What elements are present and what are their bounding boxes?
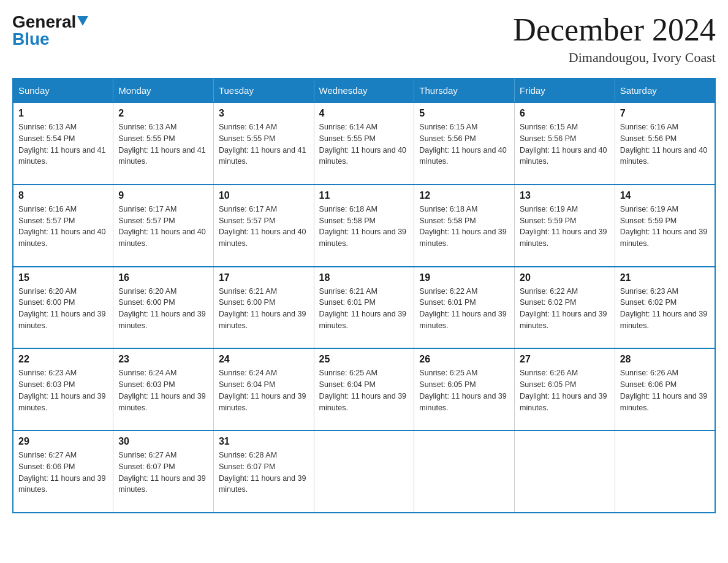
day-info: Sunrise: 6:13 AMSunset: 5:54 PMDaylight:… — [18, 121, 108, 179]
day-info: Sunrise: 6:19 AMSunset: 5:59 PMDaylight:… — [620, 204, 710, 261]
day-number: 31 — [219, 436, 309, 447]
day-info: Sunrise: 6:21 AMSunset: 6:01 PMDaylight:… — [319, 286, 409, 343]
day-info: Sunrise: 6:14 AMSunset: 5:55 PMDaylight:… — [319, 121, 409, 179]
page-header: General Blue December 2024 Dimandougou, … — [12, 12, 716, 66]
week-row-1: 1Sunrise: 6:13 AMSunset: 5:54 PMDaylight… — [13, 102, 715, 185]
week-row-3: 15Sunrise: 6:20 AMSunset: 6:00 PMDayligh… — [13, 267, 715, 349]
day-number: 30 — [118, 436, 208, 447]
calendar-table: SundayMondayTuesdayWednesdayThursdayFrid… — [12, 78, 716, 513]
day-number: 16 — [118, 272, 208, 283]
day-cell-6: 6Sunrise: 6:15 AMSunset: 5:56 PMDaylight… — [515, 102, 615, 185]
day-info: Sunrise: 6:25 AMSunset: 6:05 PMDaylight:… — [419, 367, 509, 425]
day-cell-22: 22Sunrise: 6:23 AMSunset: 6:03 PMDayligh… — [13, 348, 113, 431]
day-number: 8 — [18, 190, 108, 201]
calendar-body: 1Sunrise: 6:13 AMSunset: 5:54 PMDaylight… — [13, 102, 715, 513]
day-cell-9: 9Sunrise: 6:17 AMSunset: 5:57 PMDaylight… — [113, 185, 214, 267]
day-info: Sunrise: 6:22 AMSunset: 6:02 PMDaylight:… — [520, 286, 610, 343]
day-cell-20: 20Sunrise: 6:22 AMSunset: 6:02 PMDayligh… — [515, 267, 615, 349]
day-cell-10: 10Sunrise: 6:17 AMSunset: 5:57 PMDayligh… — [213, 185, 314, 267]
week-row-2: 8Sunrise: 6:16 AMSunset: 5:57 PMDaylight… — [13, 185, 715, 267]
day-cell-26: 26Sunrise: 6:25 AMSunset: 6:05 PMDayligh… — [414, 348, 515, 431]
day-cell-25: 25Sunrise: 6:25 AMSunset: 6:04 PMDayligh… — [314, 348, 414, 431]
weekday-header-thursday: Thursday — [414, 79, 515, 102]
day-cell-11: 11Sunrise: 6:18 AMSunset: 5:58 PMDayligh… — [314, 185, 414, 267]
day-number: 9 — [118, 190, 208, 201]
day-cell-8: 8Sunrise: 6:16 AMSunset: 5:57 PMDaylight… — [13, 185, 113, 267]
day-info: Sunrise: 6:17 AMSunset: 5:57 PMDaylight:… — [219, 204, 309, 261]
weekday-header-tuesday: Tuesday — [213, 79, 314, 102]
empty-cell — [515, 431, 615, 513]
day-number: 28 — [620, 354, 710, 365]
day-number: 19 — [419, 272, 509, 283]
day-number: 24 — [219, 354, 309, 365]
day-number: 17 — [219, 272, 309, 283]
day-cell-21: 21Sunrise: 6:23 AMSunset: 6:02 PMDayligh… — [615, 267, 715, 349]
day-info: Sunrise: 6:26 AMSunset: 6:05 PMDaylight:… — [520, 367, 610, 425]
day-cell-7: 7Sunrise: 6:16 AMSunset: 5:56 PMDaylight… — [615, 102, 715, 185]
day-cell-1: 1Sunrise: 6:13 AMSunset: 5:54 PMDaylight… — [13, 102, 113, 185]
day-cell-19: 19Sunrise: 6:22 AMSunset: 6:01 PMDayligh… — [414, 267, 515, 349]
day-number: 22 — [18, 354, 108, 365]
day-number: 15 — [18, 272, 108, 283]
day-number: 5 — [419, 108, 509, 119]
day-info: Sunrise: 6:18 AMSunset: 5:58 PMDaylight:… — [419, 204, 509, 261]
day-cell-17: 17Sunrise: 6:21 AMSunset: 6:00 PMDayligh… — [213, 267, 314, 349]
day-number: 1 — [18, 108, 108, 119]
weekday-header-saturday: Saturday — [615, 79, 715, 102]
title-section: December 2024 Dimandougou, Ivory Coast — [513, 12, 716, 66]
day-info: Sunrise: 6:27 AMSunset: 6:06 PMDaylight:… — [18, 450, 108, 507]
day-info: Sunrise: 6:24 AMSunset: 6:03 PMDaylight:… — [118, 367, 208, 425]
day-number: 4 — [319, 108, 409, 119]
day-info: Sunrise: 6:25 AMSunset: 6:04 PMDaylight:… — [319, 367, 409, 425]
empty-cell — [615, 431, 715, 513]
day-number: 27 — [520, 354, 610, 365]
day-number: 23 — [118, 354, 208, 365]
day-cell-23: 23Sunrise: 6:24 AMSunset: 6:03 PMDayligh… — [113, 348, 214, 431]
day-cell-14: 14Sunrise: 6:19 AMSunset: 5:59 PMDayligh… — [615, 185, 715, 267]
calendar-header: SundayMondayTuesdayWednesdayThursdayFrid… — [13, 79, 715, 102]
day-number: 2 — [118, 108, 208, 119]
day-cell-12: 12Sunrise: 6:18 AMSunset: 5:58 PMDayligh… — [414, 185, 515, 267]
empty-cell — [314, 431, 414, 513]
day-info: Sunrise: 6:20 AMSunset: 6:00 PMDaylight:… — [18, 286, 108, 343]
day-info: Sunrise: 6:21 AMSunset: 6:00 PMDaylight:… — [219, 286, 309, 343]
empty-cell — [414, 431, 515, 513]
day-info: Sunrise: 6:24 AMSunset: 6:04 PMDaylight:… — [219, 367, 309, 425]
day-cell-29: 29Sunrise: 6:27 AMSunset: 6:06 PMDayligh… — [13, 431, 113, 513]
logo: General Blue — [12, 12, 88, 49]
calendar-subtitle: Dimandougou, Ivory Coast — [513, 50, 716, 66]
day-cell-27: 27Sunrise: 6:26 AMSunset: 6:05 PMDayligh… — [515, 348, 615, 431]
day-info: Sunrise: 6:20 AMSunset: 6:00 PMDaylight:… — [118, 286, 208, 343]
day-info: Sunrise: 6:16 AMSunset: 5:57 PMDaylight:… — [18, 204, 108, 261]
day-number: 18 — [319, 272, 409, 283]
day-cell-18: 18Sunrise: 6:21 AMSunset: 6:01 PMDayligh… — [314, 267, 414, 349]
day-number: 20 — [520, 272, 610, 283]
day-info: Sunrise: 6:23 AMSunset: 6:03 PMDaylight:… — [18, 367, 108, 425]
day-number: 6 — [520, 108, 610, 119]
day-info: Sunrise: 6:27 AMSunset: 6:07 PMDaylight:… — [118, 450, 208, 507]
day-info: Sunrise: 6:26 AMSunset: 6:06 PMDaylight:… — [620, 367, 710, 425]
day-number: 21 — [620, 272, 710, 283]
weekday-header-wednesday: Wednesday — [314, 79, 414, 102]
calendar-title: December 2024 — [513, 12, 716, 47]
weekday-header-monday: Monday — [113, 79, 214, 102]
day-cell-5: 5Sunrise: 6:15 AMSunset: 5:56 PMDaylight… — [414, 102, 515, 185]
day-info: Sunrise: 6:28 AMSunset: 6:07 PMDaylight:… — [219, 450, 309, 507]
day-number: 14 — [620, 190, 710, 201]
day-cell-16: 16Sunrise: 6:20 AMSunset: 6:00 PMDayligh… — [113, 267, 214, 349]
day-number: 25 — [319, 354, 409, 365]
day-number: 10 — [219, 190, 309, 201]
day-info: Sunrise: 6:22 AMSunset: 6:01 PMDaylight:… — [419, 286, 509, 343]
day-cell-31: 31Sunrise: 6:28 AMSunset: 6:07 PMDayligh… — [213, 431, 314, 513]
day-cell-24: 24Sunrise: 6:24 AMSunset: 6:04 PMDayligh… — [213, 348, 314, 431]
weekday-header-friday: Friday — [515, 79, 615, 102]
day-info: Sunrise: 6:15 AMSunset: 5:56 PMDaylight:… — [520, 121, 610, 179]
day-number: 29 — [18, 436, 108, 447]
day-info: Sunrise: 6:14 AMSunset: 5:55 PMDaylight:… — [219, 121, 309, 179]
day-info: Sunrise: 6:23 AMSunset: 6:02 PMDaylight:… — [620, 286, 710, 343]
day-number: 7 — [620, 108, 710, 119]
day-info: Sunrise: 6:19 AMSunset: 5:59 PMDaylight:… — [520, 204, 610, 261]
weekday-header-sunday: Sunday — [13, 79, 113, 102]
day-cell-13: 13Sunrise: 6:19 AMSunset: 5:59 PMDayligh… — [515, 185, 615, 267]
day-info: Sunrise: 6:17 AMSunset: 5:57 PMDaylight:… — [118, 204, 208, 261]
